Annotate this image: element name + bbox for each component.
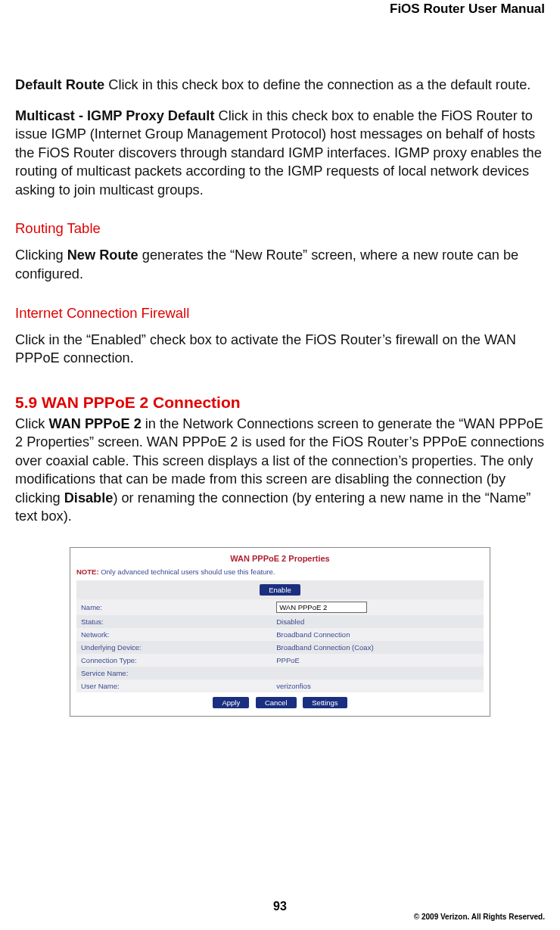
table-row: Network: Broadband Connection (76, 628, 484, 641)
ss-title: WAN PPPoE 2 Properties (76, 554, 484, 563)
table-row: Status: Disabled (76, 615, 484, 628)
default-route-label: Default Route (15, 77, 104, 92)
row-username-val: verizonfios (272, 680, 484, 692)
row-status-val: Disabled (272, 615, 484, 628)
row-username-key: User Name: (76, 680, 272, 692)
row-servname-key: Service Name: (76, 667, 272, 680)
header-title: FiOS Router User Manual (390, 2, 545, 16)
ss-table: Enable Name: Status: Disabled Network: B… (76, 580, 484, 692)
row-status-key: Status: (76, 615, 272, 628)
row-underlying-val: Broadband Connection (Coax) (272, 641, 484, 654)
p5-a: Click (15, 416, 48, 431)
table-row: Name: (76, 599, 484, 615)
row-conntype-key: Connection Type: (76, 654, 272, 667)
ss-note: NOTE: Only advanced technical users shou… (76, 568, 484, 576)
row-name-key: Name: (76, 599, 272, 615)
default-route-text: Click in this check box to define the co… (104, 77, 530, 92)
page-header: FiOS Router User Manual (15, 0, 545, 17)
heading-5-9: 5.9 WAN PPPoE 2 Connection (15, 393, 545, 412)
rt-text-a: Clicking (15, 247, 67, 263)
table-row: Underlying Device: Broadband Connection … (76, 641, 484, 654)
cancel-button[interactable]: Cancel (256, 697, 297, 708)
para-routing-table: Clicking New Route generates the “New Ro… (15, 246, 545, 283)
para-igmp: Multicast - IGMP Proxy Default Click in … (15, 107, 545, 200)
row-underlying-key: Underlying Device: (76, 641, 272, 654)
row-network-key: Network: (76, 628, 272, 641)
apply-button[interactable]: Apply (213, 697, 249, 708)
settings-button[interactable]: Settings (303, 697, 347, 708)
row-network-val: Broadband Connection (272, 628, 484, 641)
ss-enable-row: Enable (76, 580, 484, 599)
page-number: 93 (0, 900, 560, 913)
table-row: User Name: verizonfios (76, 680, 484, 692)
row-servname-val (272, 667, 484, 680)
para-wan-pppoe2: Click WAN PPPoE 2 in the Network Connect… (15, 415, 545, 526)
heading-routing-table: Routing Table (15, 220, 545, 237)
page-content: Default Route Click in this check box to… (15, 76, 545, 717)
ss-note-label: NOTE: (76, 568, 99, 576)
para-default-route: Default Route Click in this check box to… (15, 76, 545, 95)
heading-icf: Internet Connection Firewall (15, 305, 545, 322)
para-icf: Click in the “Enabled” check box to acti… (15, 331, 545, 368)
p5-b: WAN PPPoE 2 (48, 416, 141, 431)
p5-d: Disable (64, 490, 114, 505)
table-row: Service Name: (76, 667, 484, 680)
row-conntype-val: PPPoE (272, 654, 484, 667)
screenshot-panel: WAN PPPoE 2 Properties NOTE: Only advanc… (70, 547, 490, 717)
table-row: Connection Type: PPPoE (76, 654, 484, 667)
rt-new-route: New Route (67, 247, 138, 263)
copyright: © 2009 Verizon. All Rights Reserved. (414, 913, 545, 921)
igmp-label: Multicast - IGMP Proxy Default (15, 108, 214, 123)
ss-button-row: Apply Cancel Settings (76, 692, 484, 711)
enable-button[interactable]: Enable (260, 584, 300, 596)
name-input[interactable] (276, 602, 367, 613)
ss-note-text: Only advanced technical users should use… (99, 568, 275, 576)
